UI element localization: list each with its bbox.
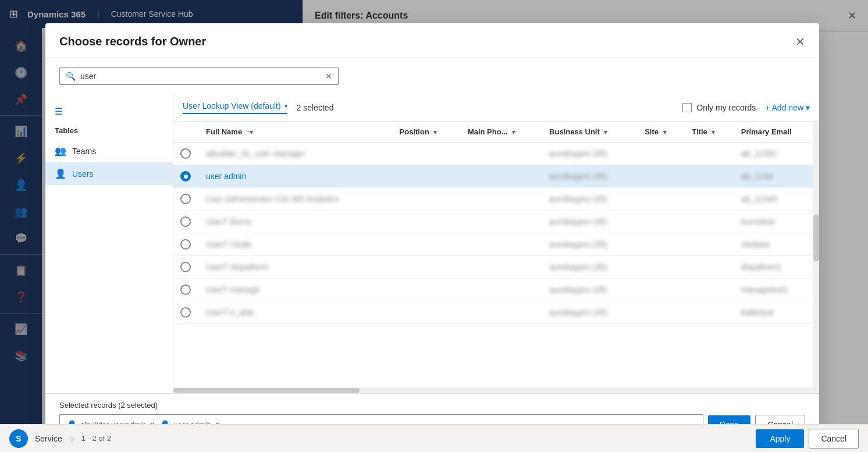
right-panel: User Lookup View (default) ▾ 2 selected … bbox=[173, 94, 819, 393]
row-email: tiabletest bbox=[734, 301, 819, 324]
horizontal-scrollbar-track[interactable] bbox=[173, 387, 819, 393]
row-phone bbox=[461, 188, 542, 211]
row-email: dispaform1 bbox=[734, 256, 819, 279]
row-radio-button[interactable] bbox=[180, 284, 191, 295]
modal-close-icon[interactable]: ✕ bbox=[795, 36, 805, 48]
row-title bbox=[685, 301, 734, 324]
row-radio-button[interactable] bbox=[180, 171, 191, 181]
row-radio-button[interactable] bbox=[180, 148, 191, 159]
add-new-button[interactable]: + Add new ▾ bbox=[765, 103, 810, 112]
sort-icon-position: ▾ bbox=[433, 129, 437, 136]
row-radio-cell[interactable] bbox=[173, 211, 199, 233]
col-position[interactable]: Position ▾ bbox=[393, 122, 461, 143]
selected-count-label: 2 selected bbox=[297, 103, 334, 112]
row-radio-cell[interactable] bbox=[173, 301, 199, 324]
row-site bbox=[638, 233, 685, 256]
col-full-name[interactable]: Full Name ↑▾ bbox=[199, 122, 393, 143]
sort-icon-bu: ▾ bbox=[604, 129, 607, 136]
col-main-phone[interactable]: Main Pho... ▾ bbox=[461, 122, 542, 143]
row-site bbox=[638, 256, 685, 279]
add-new-arrow-icon: ▾ bbox=[806, 103, 810, 112]
row-title bbox=[685, 211, 734, 233]
view-header: User Lookup View (default) ▾ 2 selected … bbox=[173, 94, 819, 122]
row-title bbox=[685, 143, 734, 165]
add-new-label: + Add new bbox=[765, 103, 803, 112]
left-panel: ☰ Tables 👥 Teams 👤 Users bbox=[45, 94, 173, 393]
table-row[interactable]: User Administrator CIA 365 Analytics aur… bbox=[173, 188, 819, 211]
row-radio-cell[interactable] bbox=[173, 279, 199, 301]
sort-icon-site: ▾ bbox=[663, 129, 667, 136]
row-position bbox=[393, 188, 461, 211]
row-full-name: UserT Clode bbox=[199, 233, 393, 256]
row-name-link[interactable]: user admin bbox=[206, 172, 246, 181]
row-position bbox=[393, 301, 461, 324]
row-business-unit: aurobaypro (35) bbox=[542, 165, 638, 188]
row-radio-button[interactable] bbox=[180, 262, 191, 272]
table-row[interactable]: UserT dispatform aurobaypro (35) dispafo… bbox=[173, 256, 819, 279]
row-site bbox=[638, 143, 685, 165]
table-row[interactable]: UserT ti_able aurobaypro (35) tiabletest bbox=[173, 301, 819, 324]
table-row[interactable]: UserT Clode aurobaypro (35) clodtest bbox=[173, 233, 819, 256]
row-email: ab_1234 bbox=[734, 165, 819, 188]
col-title[interactable]: Title ▾ bbox=[685, 122, 734, 143]
row-position bbox=[393, 143, 461, 165]
search-input[interactable] bbox=[80, 72, 325, 81]
table-row[interactable]: UserT manage aurobaypro (35) managetest1 bbox=[173, 279, 819, 301]
view-dropdown-label: User Lookup View (default) bbox=[183, 101, 281, 111]
records-table: Full Name ↑▾ Position ▾ Main Pho... ▾ Bu… bbox=[173, 122, 819, 324]
row-full-name: UserT Burns bbox=[199, 211, 393, 233]
row-full-name: aibuilder_01_user manager bbox=[199, 143, 393, 165]
row-phone bbox=[461, 211, 542, 233]
user-avatar: S bbox=[9, 429, 28, 448]
row-business-unit: aurobaypro (35) bbox=[542, 143, 638, 165]
row-radio-button[interactable] bbox=[180, 216, 191, 227]
row-title bbox=[685, 188, 734, 211]
table-row[interactable]: user admin aurobaypro (35) ab_1234 bbox=[173, 165, 819, 188]
col-business-unit[interactable]: Business Unit ▾ bbox=[542, 122, 638, 143]
bottom-bar-left: S Service ◇ 1 - 2 of 2 bbox=[9, 429, 111, 448]
vertical-scrollbar-track[interactable] bbox=[813, 122, 819, 387]
row-radio-cell[interactable] bbox=[173, 165, 199, 188]
sort-icon-phone: ▾ bbox=[512, 129, 515, 136]
row-radio-button[interactable] bbox=[180, 194, 191, 204]
horizontal-scrollbar-thumb[interactable] bbox=[173, 388, 360, 393]
hamburger-icon[interactable]: ☰ bbox=[45, 101, 173, 122]
col-primary-email[interactable]: Primary Email bbox=[734, 122, 819, 143]
sidebar-item-teams[interactable]: 👥 Teams bbox=[45, 140, 173, 162]
only-my-records-checkbox[interactable] bbox=[682, 103, 692, 112]
row-radio-cell[interactable] bbox=[173, 188, 199, 211]
only-my-records-toggle[interactable]: Only my records bbox=[682, 103, 756, 112]
row-position bbox=[393, 165, 461, 188]
view-header-left: User Lookup View (default) ▾ 2 selected bbox=[183, 101, 333, 114]
apply-button[interactable]: Apply bbox=[756, 429, 804, 448]
sort-icon-title: ▾ bbox=[712, 129, 715, 136]
row-radio-button[interactable] bbox=[180, 307, 191, 318]
row-phone bbox=[461, 165, 542, 188]
table-row[interactable]: UserT Burns aurobaypro (35) burnstest bbox=[173, 211, 819, 233]
row-radio-cell[interactable] bbox=[173, 143, 199, 165]
bottom-bar: S Service ◇ 1 - 2 of 2 Apply Cancel bbox=[0, 424, 868, 452]
row-radio-cell[interactable] bbox=[173, 233, 199, 256]
view-dropdown[interactable]: User Lookup View (default) ▾ bbox=[183, 101, 287, 114]
row-business-unit: aurobaypro (35) bbox=[542, 279, 638, 301]
col-select bbox=[173, 122, 199, 143]
bottom-cancel-button[interactable]: Cancel bbox=[809, 429, 859, 449]
col-site[interactable]: Site ▾ bbox=[638, 122, 685, 143]
row-position bbox=[393, 233, 461, 256]
teams-icon: 👥 bbox=[55, 145, 66, 156]
teams-label: Teams bbox=[72, 147, 96, 156]
vertical-scrollbar-thumb[interactable] bbox=[813, 215, 819, 261]
sidebar-item-users[interactable]: 👤 Users bbox=[45, 162, 173, 185]
row-phone bbox=[461, 233, 542, 256]
row-radio-button[interactable] bbox=[180, 239, 191, 250]
search-clear-icon[interactable]: ✕ bbox=[325, 72, 332, 81]
selected-records-label: Selected records (2 selected) bbox=[59, 401, 805, 410]
row-position bbox=[393, 211, 461, 233]
row-business-unit: aurobaypro (35) bbox=[542, 256, 638, 279]
row-radio-cell[interactable] bbox=[173, 256, 199, 279]
row-site bbox=[638, 188, 685, 211]
view-header-right: Only my records + Add new ▾ bbox=[682, 103, 810, 112]
data-table: Full Name ↑▾ Position ▾ Main Pho... ▾ Bu… bbox=[173, 122, 819, 387]
row-full-name: UserT dispatform bbox=[199, 256, 393, 279]
table-row[interactable]: aibuilder_01_user manager aurobaypro (35… bbox=[173, 143, 819, 165]
